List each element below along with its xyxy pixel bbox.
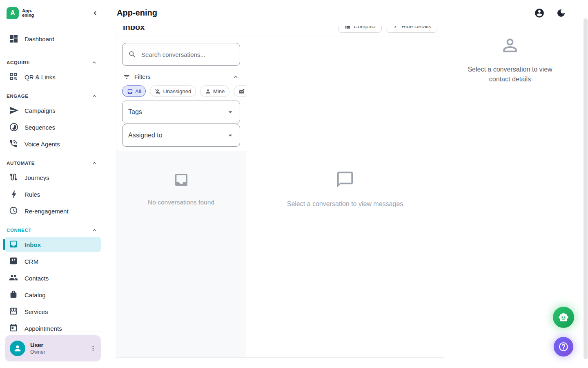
storefront-icon bbox=[9, 307, 19, 316]
robot-icon bbox=[558, 312, 569, 323]
filters-label: Filters bbox=[134, 74, 150, 80]
logo-text: App- ening bbox=[22, 9, 34, 18]
main-content: Inbox Filters bbox=[106, 26, 588, 368]
inbox-panel: Inbox Filters bbox=[116, 26, 246, 358]
sidebar-item-label: Inbox bbox=[24, 241, 41, 248]
assistant-fab[interactable] bbox=[553, 307, 574, 328]
tags-select-label: Tags bbox=[128, 108, 142, 116]
more-vert-icon[interactable] bbox=[89, 345, 97, 352]
user-card[interactable]: User Owner bbox=[5, 335, 101, 361]
assigned-to-select[interactable]: Assigned to bbox=[122, 124, 240, 147]
kanban-icon bbox=[9, 256, 19, 266]
chat-square-icon bbox=[127, 88, 133, 94]
compact-button[interactable]: Compact bbox=[338, 26, 382, 33]
send-icon bbox=[9, 105, 19, 115]
scrolled-content: Inbox Filters bbox=[106, 26, 444, 358]
sidebar-item-voice-agents[interactable]: Voice Agents bbox=[5, 136, 101, 152]
user-role: Owner bbox=[30, 349, 45, 355]
chip-mine[interactable]: Mine bbox=[200, 85, 229, 97]
help-fab[interactable] bbox=[554, 337, 573, 357]
sidebar-item-rules[interactable]: Rules bbox=[5, 186, 101, 202]
help-icon bbox=[558, 341, 569, 352]
scrollbar-thumb[interactable] bbox=[584, 18, 588, 359]
messages-empty-state: Select a conversation to view messages bbox=[246, 36, 444, 357]
chevron-up-icon[interactable] bbox=[232, 73, 239, 81]
sidebar-item-catalog[interactable]: Catalog bbox=[5, 287, 101, 303]
logo-letter: A bbox=[10, 9, 15, 17]
calendar-icon bbox=[9, 323, 19, 332]
account-circle-icon[interactable] bbox=[534, 8, 545, 18]
app-header: App-ening bbox=[106, 0, 588, 26]
clock-icon bbox=[9, 206, 19, 216]
route-icon bbox=[9, 173, 19, 182]
search-input[interactable] bbox=[141, 51, 234, 58]
sidebar-item-label: Dashboard bbox=[24, 36, 54, 43]
sidebar-item-label: Journeys bbox=[24, 174, 49, 181]
inbox-filters-card: Filters All Unassigned bbox=[116, 36, 246, 151]
sidebar-item-qr-links[interactable]: QR & Links bbox=[5, 69, 101, 85]
dropdown-caret-icon bbox=[226, 108, 235, 117]
messages-toolbar: Compact Hide Details bbox=[246, 26, 444, 36]
user-name: User bbox=[30, 342, 45, 348]
sidebar: A App- ening Dashboard ACQUIRE QR & Link… bbox=[0, 0, 106, 368]
inbox-icon bbox=[9, 240, 19, 249]
timelapse-icon bbox=[9, 122, 19, 132]
phone-in-talk-icon bbox=[9, 139, 19, 149]
sidebar-item-services[interactable]: Services bbox=[5, 304, 101, 319]
page-title: App-ening bbox=[117, 8, 157, 18]
sidebar-header: A App- ening bbox=[0, 0, 106, 26]
mail-unread-icon bbox=[238, 88, 245, 94]
filters-row: Filters bbox=[123, 73, 239, 81]
shopping-bag-icon bbox=[9, 290, 19, 300]
sidebar-item-inbox[interactable]: Inbox bbox=[5, 237, 101, 252]
no-conversations-text: No conversations found bbox=[148, 199, 214, 206]
filter-list-icon bbox=[123, 73, 130, 81]
sidebar-item-label: Catalog bbox=[24, 292, 46, 298]
sidebar-item-re-engagement[interactable]: Re-engagement bbox=[5, 203, 101, 219]
search-icon bbox=[128, 50, 136, 58]
messages-panel: Compact Hide Details Select a conversati… bbox=[246, 26, 444, 358]
dashboard-icon bbox=[9, 34, 19, 44]
sidebar-item-appointments[interactable]: Appointments bbox=[5, 321, 101, 332]
sidebar-item-contacts[interactable]: Contacts bbox=[5, 270, 101, 286]
hide-details-button[interactable]: Hide Details bbox=[386, 26, 437, 33]
collapse-sidebar-icon[interactable] bbox=[91, 9, 99, 17]
dropdown-caret-icon bbox=[226, 131, 235, 140]
view-list-icon bbox=[344, 26, 351, 30]
sidebar-item-label: Voice Agents bbox=[24, 141, 60, 148]
sidebar-item-campaigns[interactable]: Campaigns bbox=[5, 103, 101, 118]
chevron-up-icon[interactable] bbox=[91, 160, 98, 166]
dark-mode-icon[interactable] bbox=[556, 8, 566, 18]
person-icon bbox=[205, 88, 211, 94]
sidebar-item-dashboard[interactable]: Dashboard bbox=[5, 31, 101, 47]
conversation-list-empty: No conversations found bbox=[116, 151, 246, 357]
chip-all[interactable]: All bbox=[122, 85, 146, 97]
sidebar-item-label: Re-engagement bbox=[24, 208, 69, 215]
sidebar-item-label: Contacts bbox=[24, 275, 49, 282]
section-connect: CONNECT bbox=[5, 227, 101, 233]
section-automate: AUTOMATE bbox=[5, 160, 101, 166]
sidebar-item-label: Rules bbox=[24, 191, 40, 198]
divider bbox=[0, 51, 106, 51]
person-outline-icon bbox=[500, 35, 520, 56]
sidebar-item-crm[interactable]: CRM bbox=[5, 254, 101, 269]
chevron-up-icon[interactable] bbox=[91, 59, 98, 66]
active-indicator bbox=[3, 239, 5, 250]
sidebar-item-journeys[interactable]: Journeys bbox=[5, 170, 101, 185]
user-avatar bbox=[10, 341, 25, 356]
sidebar-item-label: Services bbox=[24, 308, 48, 315]
user-meta: User Owner bbox=[30, 342, 45, 355]
bolt-icon bbox=[9, 189, 19, 199]
tags-select[interactable]: Tags bbox=[122, 101, 240, 123]
chevron-up-icon[interactable] bbox=[91, 93, 98, 99]
divider bbox=[0, 332, 106, 332]
filter-chips: All Unassigned Mine Unread bbox=[122, 85, 246, 97]
chip-unread[interactable]: Unread bbox=[234, 85, 246, 97]
chip-unassigned[interactable]: Unassigned bbox=[150, 85, 196, 97]
sidebar-item-label: QR & Links bbox=[24, 74, 56, 81]
sidebar-item-sequences[interactable]: Sequences bbox=[5, 119, 101, 135]
section-engage: ENGAGE bbox=[5, 93, 101, 99]
select-contact-text: Select a conversation to view contact de… bbox=[459, 65, 561, 84]
chevron-up-icon[interactable] bbox=[91, 227, 98, 233]
sidebar-item-label: Sequences bbox=[24, 124, 55, 131]
